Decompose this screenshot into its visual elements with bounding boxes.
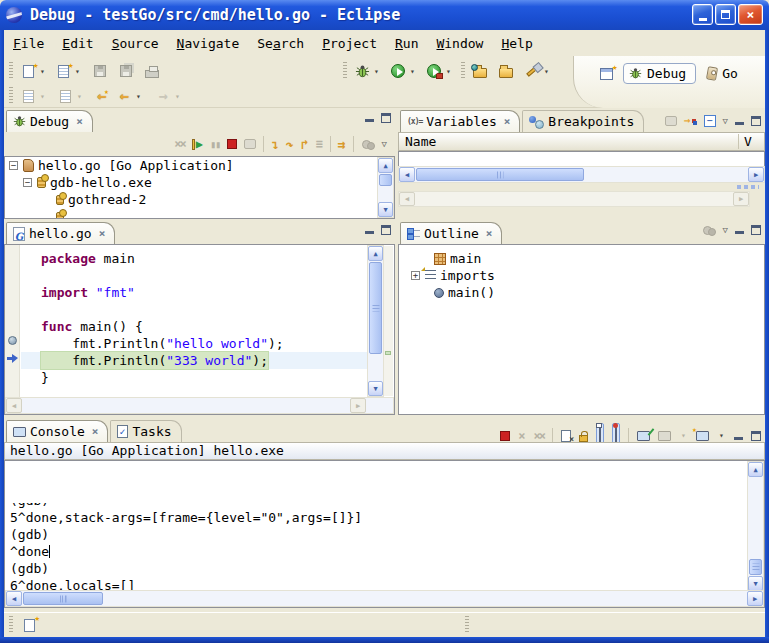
editor-vertical-scrollbar[interactable]: ▲ ▼ xyxy=(367,245,384,397)
minimize-view-button[interactable] xyxy=(365,231,374,234)
menu-run[interactable]: Run xyxy=(386,33,427,54)
maximize-view-button[interactable] xyxy=(381,113,391,123)
collapse-expander[interactable]: − xyxy=(23,178,32,187)
menu-project[interactable]: Project xyxy=(313,33,386,54)
scroll-left-button[interactable]: ◀ xyxy=(6,591,22,606)
tab-close-icon[interactable]: × xyxy=(76,115,83,128)
pin-console-button[interactable] xyxy=(637,431,650,441)
maximize-view-button[interactable] xyxy=(751,225,761,235)
coolbar-grip[interactable] xyxy=(9,62,13,80)
menu-edit[interactable]: Edit xyxy=(53,33,102,54)
collapse-all-button[interactable]: − xyxy=(704,115,716,127)
scroll-down-button[interactable]: ▼ xyxy=(368,381,383,396)
terminate-button[interactable] xyxy=(500,431,510,441)
scroll-up-button[interactable]: ▲ xyxy=(368,246,383,261)
resume-button[interactable]: ▶ xyxy=(192,138,203,150)
tab-outline[interactable]: Outline × xyxy=(400,222,502,244)
scroll-down-button[interactable]: ▼ xyxy=(378,202,393,217)
debug-line-marker[interactable] xyxy=(385,351,391,355)
menu-file[interactable]: File xyxy=(4,33,53,54)
search-button[interactable] xyxy=(522,60,542,82)
tab-console[interactable]: Console × xyxy=(6,420,108,442)
variables-detail-sash[interactable] xyxy=(737,185,759,189)
remove-all-terminated-button[interactable]: ×× xyxy=(174,137,184,151)
tree-row-launch[interactable]: − hello.go [Go Application] xyxy=(5,157,394,174)
open-resource-button[interactable] xyxy=(496,60,516,82)
outline-item-imports[interactable]: + imports xyxy=(399,267,764,284)
scroll-down-button[interactable]: ▼ xyxy=(748,576,763,591)
minimize-button[interactable] xyxy=(692,4,713,25)
menu-help[interactable]: Help xyxy=(492,33,541,54)
maximize-view-button[interactable] xyxy=(751,431,761,441)
tab-breakpoints[interactable]: Breakpoints xyxy=(522,110,644,132)
scrollbar-thumb[interactable] xyxy=(369,262,382,354)
show-logical-structure-button[interactable]: → xyxy=(684,114,697,127)
debug-dropdown[interactable]: ▾ xyxy=(372,67,381,76)
tree-row-partial[interactable] xyxy=(5,208,394,219)
show-type-names-button[interactable] xyxy=(665,116,677,126)
new-wizard-dropdown[interactable]: ▾ xyxy=(38,67,47,76)
editor-gutter[interactable] xyxy=(5,245,20,414)
step-into-button[interactable]: ↴ xyxy=(271,137,279,152)
display-console-button[interactable] xyxy=(658,431,671,441)
open-console-dropdown[interactable]: ▾ xyxy=(717,431,726,440)
run-button[interactable] xyxy=(388,60,408,82)
clear-console-button[interactable]: × xyxy=(561,430,571,442)
eclipse-logo-icon[interactable] xyxy=(6,7,22,23)
open-element-button[interactable] xyxy=(470,60,490,82)
scrollbar-thumb[interactable] xyxy=(23,592,103,605)
use-step-filters-button[interactable]: ⇉ xyxy=(338,137,346,152)
tab-tasks[interactable]: ✓ Tasks xyxy=(110,420,181,442)
perspective-debug-button[interactable]: Debug xyxy=(623,63,696,84)
new-menu-button[interactable]: ★ xyxy=(53,60,73,82)
view-menu-button[interactable]: ▽ xyxy=(723,225,728,235)
outline-item-main[interactable]: main xyxy=(399,250,764,267)
debug-vertical-scrollbar[interactable]: ▲ ▼ xyxy=(377,157,394,218)
scroll-left-button[interactable]: ◀ xyxy=(399,167,415,182)
scroll-right-button[interactable]: ▶ xyxy=(748,167,764,182)
console-horizontal-scrollbar[interactable]: ◀ ▶ xyxy=(5,590,764,607)
scroll-up-button[interactable]: ▲ xyxy=(378,158,393,173)
scroll-up-button[interactable]: ▲ xyxy=(748,462,763,477)
maximize-button[interactable] xyxy=(715,4,736,25)
tab-hello-go[interactable]: G hello.go × xyxy=(6,222,115,244)
next-annotation-button[interactable] xyxy=(18,85,38,107)
coolbar-grip[interactable] xyxy=(461,62,465,80)
collapse-expander[interactable]: − xyxy=(9,161,18,170)
display-console-dropdown[interactable]: ▾ xyxy=(679,431,688,440)
detail-horizontal-scrollbar[interactable]: ◀ ▶ xyxy=(398,191,750,207)
print-button[interactable] xyxy=(142,60,162,82)
tab-close-icon[interactable]: × xyxy=(486,227,493,240)
forward-button[interactable]: → xyxy=(153,85,173,107)
step-over-button[interactable]: ↷ xyxy=(286,137,294,152)
external-tools-dropdown[interactable]: ▾ xyxy=(444,67,453,76)
suspend-button[interactable]: ▮▮ xyxy=(210,139,220,150)
scroll-left-button[interactable]: ◀ xyxy=(6,398,22,413)
variables-horizontal-scrollbar[interactable]: ◀ ▶ xyxy=(398,166,765,183)
coolbar-grip[interactable] xyxy=(9,87,13,105)
tab-debug[interactable]: Debug × xyxy=(6,110,93,132)
external-tools-button[interactable] xyxy=(424,60,444,82)
editor-horizontal-scrollbar[interactable]: ◀ ▶ xyxy=(5,397,394,414)
overview-ruler[interactable] xyxy=(384,246,393,396)
save-button[interactable] xyxy=(90,60,110,82)
open-console-button[interactable]: ★ xyxy=(696,431,709,441)
view-menu-button[interactable]: ▽ xyxy=(382,139,387,149)
scroll-left-button[interactable]: ◀ xyxy=(399,192,415,206)
console-vertical-scrollbar[interactable]: ▲ ▼ xyxy=(747,461,764,592)
scroll-lock-button[interactable] xyxy=(579,435,588,442)
code-area[interactable]: package main import "fmt" func main() { … xyxy=(21,245,367,396)
new-wizard-button[interactable]: ★ xyxy=(18,60,38,82)
new-menu-dropdown[interactable]: ▾ xyxy=(73,67,82,76)
scroll-right-button[interactable]: ▶ xyxy=(733,192,749,206)
tab-close-icon[interactable]: × xyxy=(99,227,106,240)
debug-view-settings-icon[interactable] xyxy=(361,139,375,149)
tab-variables[interactable]: (x)= Variables × xyxy=(400,110,520,132)
save-all-button[interactable] xyxy=(116,60,136,82)
menu-source[interactable]: Source xyxy=(103,33,168,54)
remove-launch-button[interactable]: × xyxy=(518,429,525,443)
menu-navigate[interactable]: Navigate xyxy=(168,33,249,54)
forward-dropdown[interactable]: ▾ xyxy=(173,92,182,101)
back-button[interactable]: ← xyxy=(114,85,134,107)
column-value[interactable]: V xyxy=(738,134,764,149)
